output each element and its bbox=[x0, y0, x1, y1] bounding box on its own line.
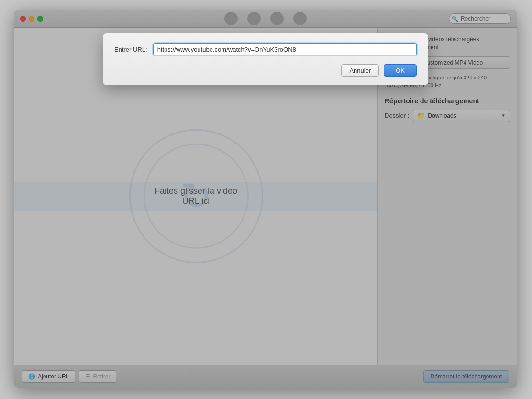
modal-overlay: Entrer URL: Annuler OK bbox=[14, 10, 517, 388]
cancel-button[interactable]: Annuler bbox=[341, 64, 379, 77]
main-window: ↻ Faites glisser la vidéo URL ici Conver… bbox=[14, 10, 517, 388]
url-input[interactable] bbox=[153, 43, 417, 55]
ok-button[interactable]: OK bbox=[384, 64, 417, 77]
modal-buttons: Annuler OK bbox=[114, 64, 417, 77]
modal-label: Entrer URL: bbox=[114, 46, 147, 53]
modal-dialog: Entrer URL: Annuler OK bbox=[103, 33, 428, 85]
modal-row: Entrer URL: bbox=[114, 43, 417, 55]
